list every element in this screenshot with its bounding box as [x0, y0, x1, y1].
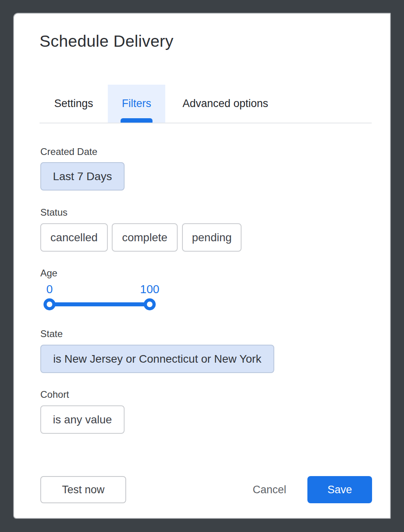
age-slider-min-handle[interactable]: [44, 298, 55, 310]
status-chip-cancelled[interactable]: cancelled: [40, 223, 108, 252]
age-min-value: 0: [44, 283, 55, 296]
tab-settings[interactable]: Settings: [40, 85, 108, 123]
status-chip-cancelled-label: cancelled: [50, 231, 97, 244]
test-now-button-label: Test now: [62, 484, 105, 496]
save-button[interactable]: Save: [307, 476, 372, 503]
modal-backdrop: Schedule Delivery Settings Filters Advan…: [0, 0, 404, 532]
cancel-button[interactable]: Cancel: [242, 476, 297, 503]
schedule-delivery-dialog: Schedule Delivery Settings Filters Advan…: [13, 13, 391, 519]
cohort-filter-value: is any value: [53, 413, 112, 426]
age-slider-max-handle[interactable]: [144, 298, 156, 310]
age-range-slider: 0 100: [40, 283, 176, 323]
status-label: Status: [40, 207, 67, 218]
tab-advanced-options-label: Advanced options: [182, 97, 268, 110]
age-label: Age: [40, 268, 57, 279]
state-filter-value: is New Jersey or Connecticut or New York: [53, 353, 261, 365]
tab-bar: Settings Filters Advanced options: [40, 85, 285, 123]
age-max-value: 100: [138, 283, 162, 296]
tab-filters[interactable]: Filters: [108, 85, 165, 123]
test-now-button[interactable]: Test now: [40, 476, 126, 503]
created-date-label: Created Date: [40, 146, 97, 157]
state-filter-chip[interactable]: is New Jersey or Connecticut or New York: [40, 345, 274, 373]
tab-divider: [40, 123, 372, 123]
tab-settings-label: Settings: [54, 97, 93, 110]
created-date-filter-chip[interactable]: Last 7 Days: [40, 162, 125, 191]
status-chip-complete-label: complete: [122, 231, 168, 244]
status-chip-complete[interactable]: complete: [112, 223, 178, 252]
cohort-filter-chip[interactable]: is any value: [40, 405, 125, 434]
age-slider-track[interactable]: [50, 302, 150, 306]
tab-filters-label: Filters: [122, 97, 151, 110]
status-chip-pending-label: pending: [192, 231, 232, 244]
status-chip-pending[interactable]: pending: [182, 223, 242, 252]
tab-advanced-options[interactable]: Advanced options: [165, 85, 285, 123]
cohort-label: Cohort: [40, 389, 69, 400]
save-button-label: Save: [327, 484, 352, 496]
dialog-title: Schedule Delivery: [40, 32, 174, 51]
active-tab-indicator: [121, 118, 152, 123]
state-label: State: [40, 328, 63, 339]
created-date-filter-value: Last 7 Days: [53, 170, 112, 183]
cancel-button-label: Cancel: [253, 484, 286, 496]
